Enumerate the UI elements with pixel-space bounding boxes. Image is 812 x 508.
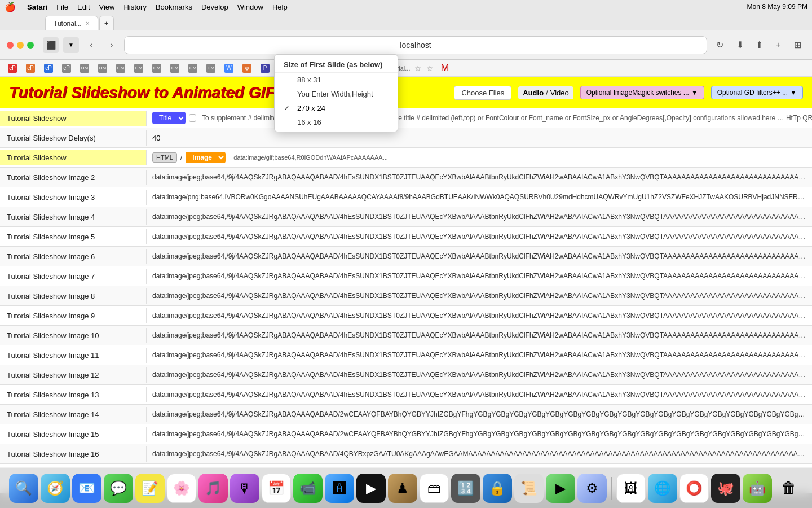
menubar-develop[interactable]: Develop [201,3,228,11]
new-tab-toolbar-button[interactable]: + [770,37,786,53]
menubar-file[interactable]: File [56,3,68,11]
imagemagick-dropdown-icon: ▼ [691,89,698,97]
bookmark-cp4[interactable]: cP [59,63,74,74]
maximize-window-button[interactable] [27,42,34,49]
dropdown-option-16x16[interactable]: 16 x 16 [275,115,398,129]
bookmarks-bar: cP cP cP cP DM DM DM DM DM DM DM DM W φ … [0,60,812,77]
table-row-image-13: Tutorial Slideshow Image 13 data:image/j… [0,385,812,405]
gmail-icon[interactable]: M [440,62,449,74]
table-row-image-8: Tutorial Slideshow Image 8 data:image/jp… [0,286,812,306]
new-tab-button[interactable]: + [99,16,114,30]
gd-filters-label: Optional GD filters++ ... [717,89,788,97]
dock-launchpad[interactable]: ⚙ [577,474,607,503]
title-dropdown[interactable]: Title [152,112,186,124]
bookmark-dm6[interactable]: DM [167,63,183,74]
dock-mail[interactable]: 📧 [72,474,102,503]
sidebar-dropdown-button[interactable]: ▼ [63,37,79,53]
bookmark-p[interactable]: P [257,63,273,74]
dock-itv[interactable]: ▶ [356,474,386,503]
dropdown-option-88x31[interactable]: 88 x 31 [275,73,398,87]
bookmark-icon-dm1: DM [80,64,89,73]
dock-notes[interactable]: 📝 [135,474,165,503]
table-row-image-11: Tutorial Slideshow Image 11 data:image/j… [0,345,812,365]
menubar-window[interactable]: Window [237,3,263,11]
menubar-view[interactable]: View [99,3,115,11]
choose-files-button[interactable]: Choose Files [454,86,511,100]
back-button[interactable]: ‹ [83,37,99,53]
bookmark-dm4[interactable]: DM [131,63,147,74]
bookmark-cp2[interactable]: cP [23,63,38,74]
dock-safari[interactable]: 🧭 [41,474,70,503]
download-button[interactable]: ⬇ [732,37,748,53]
address-bar[interactable]: localhost [124,36,707,54]
tab-close-icon[interactable]: ✕ [85,20,90,27]
share-button[interactable]: ⬆ [751,37,767,53]
dock-coderunner[interactable]: ▶ [546,474,575,503]
sidebar-toggle-button[interactable]: ⬛ [43,37,59,53]
bookmark-dm7[interactable]: DM [185,63,201,74]
imagemagick-button[interactable]: Optional ImageMagick switches ... ▼ [580,86,704,99]
image-5-label: Tutorial Slideshow Image 5 [0,229,147,244]
bookmark-dm5[interactable]: DM [149,63,165,74]
dock-android[interactable]: 🤖 [743,474,772,503]
image-10-value: data:image/jpeg;base64,/9j/4AAQSkZJRgABA… [147,328,812,343]
dock-bitwarden[interactable]: 🔒 [483,474,512,503]
close-window-button[interactable] [7,42,14,49]
active-tab[interactable]: Tutorial... ✕ [45,16,98,30]
dock-calendar[interactable]: 📅 [262,474,291,503]
dock-podcasts[interactable]: 🎙 [230,474,259,503]
menubar-edit[interactable]: Edit [77,3,90,11]
bookmark-star-empty[interactable]: ☆ [414,64,422,73]
table-row-image-16: Tutorial Slideshow Image 16 data:image/j… [0,444,812,464]
dock-chess[interactable]: ♟ [388,474,417,503]
bookmark-phi[interactable]: φ [239,63,255,74]
dock-github[interactable]: 🐙 [711,474,740,503]
grid-view-button[interactable]: ⊞ [789,37,805,53]
apple-menu-icon[interactable]: 🍎 [5,2,16,12]
dropdown-option-custom[interactable]: You Enter Width,Height [275,87,398,101]
traffic-lights [7,42,34,49]
dock-photos[interactable]: 🌸 [167,474,196,503]
bookmark-dm2[interactable]: DM [95,63,111,74]
menubar-history[interactable]: History [123,3,146,11]
bookmark-extra1[interactable]: ☆ [426,64,434,73]
menubar-safari[interactable]: Safari [27,3,47,11]
dock-finder[interactable]: 🔍 [9,474,38,503]
table-row-image-12: Tutorial Slideshow Image 12 data:image/j… [0,365,812,385]
dock-trash[interactable]: 🗑 [774,474,804,503]
slash-separator: / [546,89,548,97]
delay-row-value[interactable] [147,130,812,146]
menubar-help[interactable]: Help [272,3,288,11]
dock-calendar-icon: 📅 [268,480,285,496]
dock-preview[interactable]: 🖼 [616,474,646,503]
audio-button[interactable]: Audio [523,89,544,97]
video-button[interactable]: Video [550,89,569,97]
dropdown-option-270x24[interactable]: ✓ 270 x 24 [275,101,398,115]
dock-filezilla[interactable]: 🗃 [420,474,449,503]
dock-safari-icon: 🧭 [47,480,64,496]
dock-script-editor[interactable]: 📜 [514,474,544,503]
bookmark-w[interactable]: W [221,63,237,74]
image-16-label: Tutorial Slideshow Image 16 [0,446,147,462]
bookmark-cp3[interactable]: cP [41,63,56,74]
reload-button[interactable]: ↻ [712,37,727,53]
menubar-bookmarks[interactable]: Bookmarks [156,3,192,11]
delay-input[interactable] [152,134,186,142]
dock-chrome[interactable]: ⭕ [679,474,709,503]
forward-button[interactable]: › [104,37,120,53]
bookmark-cp1[interactable]: cP [5,63,20,74]
dock-messages[interactable]: 💬 [104,474,133,503]
minimize-window-button[interactable] [17,42,24,49]
browser-toolbar: ⬛ ▼ ‹ › localhost ↻ ⬇ ⬆ + ⊞ [0,30,812,60]
bookmark-dm1[interactable]: DM [77,63,92,74]
dock-calculator[interactable]: 🔢 [451,474,480,503]
dock-safari2[interactable]: 🌐 [648,474,677,503]
gd-filters-button[interactable]: Optional GD filters++ ... ▼ [711,86,803,99]
image-type-select[interactable]: Image [186,152,226,163]
dock-facetime[interactable]: 📹 [293,474,323,503]
bookmark-dm3[interactable]: DM [113,63,129,74]
dock-appstore[interactable]: 🅰 [325,474,354,503]
title-checkbox[interactable] [189,113,196,122]
bookmark-dm8[interactable]: DM [203,63,219,74]
dock-music[interactable]: 🎵 [198,474,228,503]
